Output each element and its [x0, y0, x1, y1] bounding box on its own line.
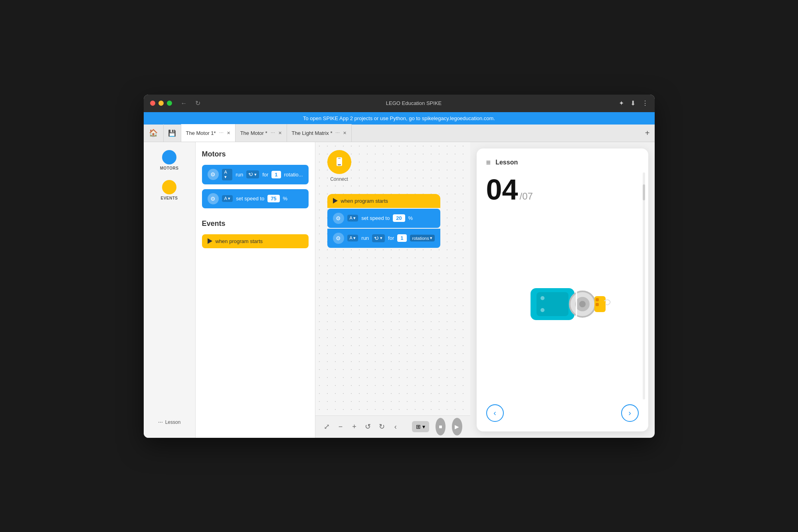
canvas-direction-sel[interactable]: ↻ ▾ — [372, 234, 385, 242]
scrollbar-thumb[interactable] — [643, 184, 645, 200]
app-window: ← ↻ LEGO Education SPIKE ✦ ⬇ ⋮ To open S… — [144, 95, 655, 438]
scrollbar-track — [643, 172, 645, 399]
events-dot — [162, 180, 176, 194]
tab-motor-menu[interactable]: ⋯ — [271, 131, 275, 136]
percent-label: % — [283, 196, 288, 202]
new-tab-button[interactable]: + — [645, 129, 650, 138]
canvas-unit-sel[interactable]: rotations ▾ — [410, 235, 435, 241]
motor-run-block[interactable]: ⚙ A ▾ run ↻ ▾ for 1 rotatio... — [202, 165, 309, 184]
speed-value[interactable]: 75 — [267, 195, 279, 202]
motor-speed-block[interactable]: ⚙ A ▾ set speed to 75 % — [202, 189, 309, 208]
canvas-play-icon — [333, 198, 338, 204]
save-button[interactable]: 💾 — [164, 124, 181, 142]
events-section-title: Events — [202, 220, 309, 228]
lesson-panel-title: Lesson — [495, 159, 518, 166]
back-button[interactable]: ‹ — [392, 420, 399, 433]
motor-selector-1[interactable]: A ▾ — [222, 169, 233, 180]
home-button[interactable]: 🏠 — [144, 124, 164, 142]
play-button[interactable]: ▶ — [452, 418, 462, 435]
motors-section-title: Motors — [202, 150, 309, 158]
redo-button[interactable]: ↻ — [378, 420, 385, 433]
canvas-motor-sel-1[interactable]: A ▾ — [347, 215, 358, 222]
event-block-label: when program starts — [216, 238, 263, 244]
when-program-starts-block[interactable]: when program starts — [202, 234, 309, 248]
svg-rect-10 — [596, 298, 599, 301]
lesson-image — [486, 212, 639, 396]
lesson-number-display: 04 /07 — [486, 175, 639, 204]
minimize-button[interactable] — [158, 101, 164, 106]
tab-motor1-close[interactable]: ✕ — [227, 131, 230, 136]
svg-rect-2 — [338, 158, 341, 158]
motor-selector-2[interactable]: A ▾ — [222, 195, 233, 202]
stop-button[interactable]: ■ — [436, 418, 446, 435]
fit-button[interactable]: ⤢ — [323, 420, 331, 433]
motor-icon-1: ⚙ — [208, 169, 219, 180]
canvas-for-label: for — [388, 235, 394, 241]
canvas-trigger-block[interactable]: when program starts — [327, 194, 440, 208]
tab-motor1-menu[interactable]: ⋯ — [219, 131, 224, 136]
svg-point-13 — [541, 308, 545, 312]
undo-button[interactable]: ↺ — [364, 420, 372, 433]
motor-icon-2: ⚙ — [208, 193, 219, 204]
canvas-run-label: run — [361, 235, 369, 241]
zoom-in-button[interactable]: + — [350, 420, 358, 433]
window-title: LEGO Education SPIKE — [209, 100, 619, 106]
canvas-toolbar: ⤢ − + ↺ ↻ ‹ ⊞ ▾ ■ ▶ — [315, 415, 470, 438]
titlebar: ← ↻ LEGO Education SPIKE ✦ ⬇ ⋮ — [144, 95, 655, 112]
tab-motor1-label: The Motor 1* — [186, 130, 216, 136]
canvas-duration-value[interactable]: 1 — [397, 234, 406, 242]
tab-motor-close[interactable]: ✕ — [278, 131, 282, 136]
canvas-percent-label: % — [408, 215, 413, 221]
tab-motor[interactable]: The Motor * ⋯ ✕ — [236, 124, 287, 142]
sidebar-lesson-label: Lesson — [165, 419, 181, 425]
canvas-run-block[interactable]: ⚙ A ▾ run ↻ ▾ for 1 rotations ▾ — [327, 229, 440, 248]
direction-selector-1[interactable]: ↻ ▾ — [246, 170, 259, 178]
zoom-out-button[interactable]: − — [337, 420, 344, 433]
svg-rect-11 — [596, 303, 599, 306]
motors-label: MOTORS — [160, 166, 179, 170]
canvas-motor-sel-2[interactable]: A ▾ — [347, 235, 358, 241]
download-icon[interactable]: ⬇ — [630, 99, 636, 107]
phone-icon — [334, 156, 345, 168]
tab-motor-label: The Motor * — [240, 130, 267, 136]
connect-button[interactable]: Connect — [327, 150, 351, 182]
connect-icon-circle — [327, 150, 351, 174]
lesson-prev-icon: ‹ — [493, 408, 496, 417]
reload-button[interactable]: ↻ — [193, 99, 203, 108]
canvas-unit-label: rotations — [412, 236, 429, 241]
menu-icon[interactable]: ⋮ — [642, 99, 648, 107]
tab-lightmatrix-menu[interactable]: ⋯ — [335, 131, 340, 136]
connect-label: Connect — [330, 176, 348, 182]
sidebar-item-motors[interactable]: MOTORS — [160, 150, 179, 170]
duration-value-1[interactable]: 1 — [271, 171, 281, 178]
tab-lightmatrix-close[interactable]: ✕ — [343, 131, 347, 136]
grid-button[interactable]: ⊞ ▾ — [412, 421, 429, 432]
main-content: MOTORS EVENTS ⋯ Lesson Motors ⚙ A ▾ run … — [144, 142, 655, 438]
lesson-next-icon: › — [628, 408, 631, 417]
grid-icon: ⊞ — [416, 423, 421, 430]
lesson-next-button[interactable]: › — [621, 404, 639, 422]
lesson-panel: ≡ Lesson 04 /07 — [477, 148, 648, 431]
sidebar-item-events[interactable]: EVENTS — [160, 180, 178, 200]
svg-rect-1 — [338, 164, 341, 165]
grid-arrow-icon: ▾ — [422, 423, 425, 430]
tab-lightmatrix-label: The Light Matrix * — [292, 130, 333, 136]
canvas-speed-block[interactable]: ⚙ A ▾ set speed to 20 % — [327, 209, 440, 228]
lesson-prev-button[interactable]: ‹ — [486, 404, 504, 422]
canvas-motor-icon-2: ⚙ — [333, 233, 344, 244]
svg-rect-4 — [537, 292, 568, 316]
canvas-speed-value[interactable]: 20 — [393, 214, 405, 222]
back-nav-button[interactable]: ← — [178, 99, 190, 108]
unit-label-1: rotatio... — [284, 172, 303, 178]
close-button[interactable] — [150, 101, 155, 106]
stop-icon: ■ — [439, 423, 442, 430]
tab-motor1[interactable]: The Motor 1* ⋯ ✕ — [181, 124, 236, 142]
tab-lightmatrix[interactable]: The Light Matrix * ⋯ ✕ — [287, 124, 352, 142]
lesson-panel-icon: ≡ — [486, 158, 491, 167]
svg-point-7 — [579, 301, 586, 307]
sidebar-lesson-button[interactable]: ⋯ Lesson — [153, 415, 186, 430]
canvas-trigger-label: when program starts — [341, 198, 388, 204]
puzzle-icon[interactable]: ✦ — [619, 99, 624, 107]
maximize-button[interactable] — [167, 101, 172, 106]
tabbar: 🏠 💾 The Motor 1* ⋯ ✕ The Motor * ⋯ ✕ The… — [144, 125, 655, 142]
